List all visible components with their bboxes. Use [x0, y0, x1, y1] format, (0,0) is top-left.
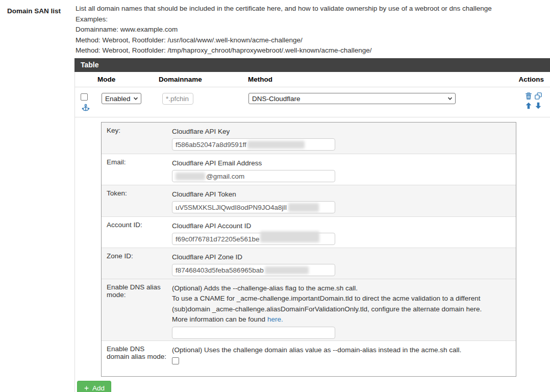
setting-description: Cloudflare API Zone ID: [172, 252, 511, 262]
column-header-actions: Actions: [518, 76, 544, 83]
api-email-input[interactable]: @gmail.com: [172, 170, 335, 182]
description-line: Domainname: www.example.com: [76, 24, 492, 35]
setting-row-domain-alias: Enable DNS domain alias mode: (Optional)…: [102, 340, 516, 376]
redacted-text: [247, 141, 305, 149]
setting-row-dns-alias: Enable DNS alias mode: (Optional) Adds t…: [102, 279, 516, 340]
api-token-value: uV5SMXKSLJlQwdI8odPN9JO4a8jlI: [176, 204, 287, 211]
setting-label: Token:: [102, 185, 172, 216]
setting-description-line: (sub)domain _acme-challenge.aliasDomainF…: [172, 304, 511, 314]
mode-select-value: Enabled: [105, 95, 131, 103]
plus-icon: [84, 385, 89, 391]
description-line: Method: Webroot, Rootfolder: /usr/local/…: [76, 35, 492, 46]
setting-description-line: (Optional) Adds the --challenge-alias fl…: [172, 283, 511, 293]
api-zone-id-input[interactable]: f87468403d5feba586965bab: [172, 264, 335, 276]
redacted-text: [288, 203, 319, 212]
api-account-id-input[interactable]: f69c0f76781d72205e561be: [172, 233, 335, 245]
challenge-alias-input[interactable]: [172, 327, 335, 339]
table-column-headers: Mode Domainname Method Actions: [75, 72, 550, 87]
anchor-icon[interactable]: [82, 104, 90, 112]
add-button[interactable]: Add: [77, 381, 111, 392]
setting-row-account-id: Account ID: Cloudflare API Account ID f6…: [102, 216, 516, 248]
setting-description-line: More information can be found here.: [172, 314, 511, 325]
setting-label: Enable DNS domain alias mode:: [102, 341, 172, 376]
table-panel-body: Mode Domainname Method Actions: [74, 72, 550, 392]
column-header-method: Method: [248, 76, 272, 83]
mode-select[interactable]: Enabled: [102, 93, 141, 104]
method-select[interactable]: DNS-Cloudflare: [248, 93, 456, 104]
chevron-down-icon: [447, 96, 453, 101]
api-account-id-value: f69c0f76781d72205e561be: [176, 235, 259, 243]
column-header-mode: Mode: [97, 76, 115, 83]
setting-label: Zone ID:: [102, 248, 172, 279]
setting-description: Cloudflare API Email Address: [172, 158, 511, 168]
description-line: Examples:: [76, 14, 492, 25]
here-link[interactable]: here.: [267, 315, 283, 323]
setting-description: Cloudflare API Token: [172, 189, 511, 200]
setting-description: (Optional) Uses the challenge domain ali…: [172, 345, 511, 355]
setting-label: Account ID:: [102, 217, 172, 248]
domainname-input[interactable]: *.pfchin: [162, 93, 193, 105]
setting-label: Email:: [102, 154, 172, 185]
setting-description-line: To use a CNAME for _acme-challenge.impor…: [172, 293, 511, 304]
table-row: Enabled *.pfchin DNS-Cloudflare: [75, 87, 550, 117]
copy-icon[interactable]: [534, 92, 542, 100]
redacted-text: [176, 173, 205, 180]
domain-table-panel: Table Mode Domainname Method Actions: [74, 58, 550, 392]
row-checkbox[interactable]: [81, 93, 88, 101]
api-key-value: f586ab52047a8d9591ff: [176, 141, 246, 149]
description-line: Method: Webroot, Rootfolder: /tmp/haprox…: [76, 45, 492, 56]
api-email-value: @gmail.com: [206, 173, 244, 180]
method-select-value: DNS-Cloudflare: [252, 95, 301, 103]
setting-row-token: Token: Cloudflare API Token uV5SMXKSLJlQ…: [102, 185, 516, 216]
setting-description: Cloudflare API Account ID: [172, 221, 511, 231]
description-line: List all domain names that should be inc…: [76, 4, 492, 14]
more-info-text: More information can be found: [172, 315, 265, 323]
add-button-label: Add: [92, 384, 105, 392]
row-actions: [524, 92, 542, 110]
domain-alias-checkbox[interactable]: [172, 357, 179, 364]
redacted-text: [265, 266, 309, 274]
trash-icon[interactable]: [524, 92, 533, 100]
api-key-input[interactable]: f586ab52047a8d9591ff: [172, 138, 335, 151]
setting-label: Key:: [102, 122, 172, 154]
domain-san-description: List all domain names that should be inc…: [76, 4, 492, 56]
arrow-up-icon[interactable]: [524, 102, 533, 110]
chevron-down-icon: [133, 96, 138, 101]
column-header-domainname: Domainname: [159, 76, 202, 83]
redacted-text: [260, 231, 319, 242]
domain-san-list-label: Domain SAN list: [7, 7, 61, 15]
domainname-value: *.pfchin: [166, 95, 189, 103]
arrow-down-icon[interactable]: [534, 102, 542, 110]
setting-row-key: Key: Cloudflare API Key f586ab52047a8d95…: [102, 122, 516, 154]
table-panel-title: Table: [74, 58, 550, 72]
setting-label: Enable DNS alias mode:: [102, 279, 172, 340]
setting-description: Cloudflare API Key: [172, 127, 511, 137]
api-token-input[interactable]: uV5SMXKSLJlQwdI8odPN9JO4a8jlI: [172, 201, 335, 213]
setting-row-zone-id: Zone ID: Cloudflare API Zone ID f8746840…: [102, 248, 516, 279]
setting-row-email: Email: Cloudflare API Email Address @gma…: [102, 154, 516, 185]
api-zone-id-value: f87468403d5feba586965bab: [176, 266, 264, 274]
method-settings-panel: Key: Cloudflare API Key f586ab52047a8d95…: [101, 122, 516, 377]
